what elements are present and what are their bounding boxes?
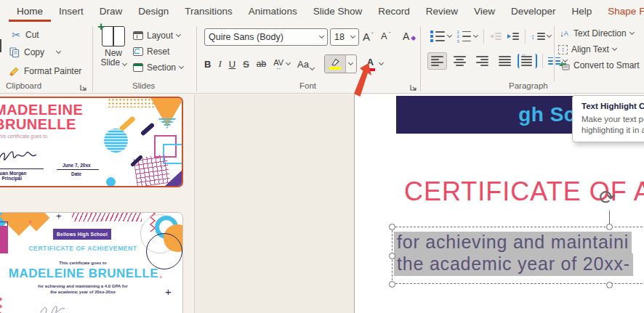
group-divider	[196, 26, 197, 92]
tab-help[interactable]: Help	[564, 1, 600, 22]
workspace: MADELEINE BRUNELLE This certificate goes…	[0, 94, 644, 313]
thumb2-description: for achieving and maintaining a 4.0 GPA …	[10, 284, 156, 295]
clipboard-group-label: Clipboard	[6, 81, 41, 90]
selection-handle-bottom-left[interactable]	[389, 281, 395, 288]
selection-handle-mid-left[interactable]	[389, 253, 395, 259]
decrease-indent-button[interactable]	[490, 33, 502, 40]
clear-formatting-button[interactable]: A◆	[403, 31, 416, 42]
ribbon: ✂ Cut Copy Format Painter Clipboard + Ne…	[0, 22, 644, 94]
paragraph-group-label: Paragraph	[509, 81, 548, 90]
thumb1-signer: Juan Morgan Principal	[0, 171, 26, 181]
tab-draw[interactable]: Draw	[92, 1, 131, 22]
align-center-button[interactable]	[450, 52, 470, 70]
copy-dropdown-chevron[interactable]	[56, 49, 61, 54]
font-size-combo[interactable]: 18	[330, 28, 359, 46]
align-left-icon	[431, 56, 443, 66]
align-right-button[interactable]	[472, 52, 492, 70]
increase-indent-button[interactable]	[507, 33, 519, 40]
thumb2-deco-hatch	[72, 213, 142, 221]
thumb1-date-label: Date	[71, 171, 81, 176]
selection-handle-bottom-mid[interactable]	[606, 282, 613, 288]
selection-handle-top-left[interactable]	[389, 224, 395, 230]
strikethrough-button[interactable]: ab	[257, 59, 266, 69]
selection-handle-top-mid[interactable]	[606, 224, 613, 230]
text-direction-icon: ↓A	[558, 28, 570, 39]
font-name-combo[interactable]: Quire Sans (Body)	[204, 28, 328, 46]
thumb1-deco-dash-navy	[140, 122, 155, 136]
bullets-button[interactable]	[430, 31, 451, 42]
thumb2-deco-navy-plus2: +	[165, 285, 172, 298]
convert-to-smartart-button[interactable]: Convert to Smart	[558, 60, 640, 71]
thumb1-deco-lined-circle	[104, 129, 128, 153]
slide-thumbnail-2[interactable]: + + Bellows High Scho	[0, 212, 183, 313]
clipboard-dialog-launcher[interactable]	[80, 81, 89, 90]
line-spacing-button[interactable]: ↕	[531, 33, 551, 41]
new-slide-icon: +	[102, 26, 125, 46]
tab-record[interactable]: Record	[370, 1, 418, 22]
layout-button[interactable]: Layout	[133, 31, 183, 41]
tab-review[interactable]: Review	[418, 1, 466, 22]
text-direction-button[interactable]: ↓A Text Direction	[558, 28, 640, 39]
tab-design[interactable]: Design	[130, 1, 177, 22]
decrease-font-size-button[interactable]: Aˇ	[381, 31, 390, 41]
thumb1-date-line	[57, 169, 99, 170]
format-painter-icon	[9, 65, 20, 77]
format-painter-button[interactable]: Format Painter	[9, 65, 81, 77]
shadow-strike-button[interactable]: S	[243, 59, 249, 70]
thumb2-deco-pink-plus2: +	[159, 274, 163, 280]
spacing-arrows-icon: ↔	[275, 67, 281, 70]
cut-button[interactable]: ✂ Cut	[10, 29, 39, 41]
line-spacing-icon: ↕	[531, 33, 535, 41]
tab-view[interactable]: View	[466, 1, 503, 22]
tab-home[interactable]: Home	[9, 1, 51, 22]
thumb1-signature-line	[0, 168, 44, 169]
new-slide-button[interactable]: + New Slide	[94, 26, 132, 68]
thumb1-deco-cyan-dot	[106, 177, 116, 186]
tab-shape-format[interactable]: Shape Format	[600, 1, 644, 22]
ribbon-tab-bar: Home Insert Draw Design Transitions Anim…	[0, 0, 644, 22]
bold-button[interactable]: B	[204, 59, 211, 70]
align-text-button[interactable]: ↕ Align Text	[558, 44, 640, 54]
character-spacing-button[interactable]: AV ↔	[273, 58, 283, 70]
tooltip-title: Text Highlight Color	[581, 102, 644, 110]
annotation-arrow	[353, 63, 375, 98]
slide-thumbnail-1[interactable]: MADELEINE BRUNELLE This certificate goes…	[0, 97, 183, 187]
section-icon	[133, 63, 143, 72]
thumb2-deco-navy-plus: +	[56, 213, 62, 221]
font-dialog-launcher[interactable]	[410, 81, 419, 90]
distribute-text-button[interactable]: ↔	[518, 54, 537, 68]
italic-button[interactable]: I	[218, 58, 221, 70]
layout-icon	[133, 31, 143, 40]
reset-button[interactable]: Reset	[133, 46, 183, 57]
slide-thumbnail-panel[interactable]: MADELEINE BRUNELLE This certificate goes…	[0, 94, 194, 313]
increase-font-size-button[interactable]: Aˆ	[363, 31, 374, 43]
rotate-handle-icon[interactable]: ⟳	[599, 186, 616, 208]
cutoff-paste-edge	[0, 39, 1, 52]
copy-button[interactable]: Copy	[9, 46, 60, 58]
thumb2-signature	[37, 303, 73, 313]
tab-transitions[interactable]: Transitions	[177, 1, 241, 22]
tab-slide-show[interactable]: Slide Show	[305, 1, 371, 22]
thumb2-recipient-name: MADELEINE BRUNELLE	[0, 267, 182, 281]
section-button[interactable]: Section	[133, 62, 183, 73]
justify-button[interactable]	[495, 52, 515, 70]
underline-button[interactable]: U	[229, 59, 236, 70]
small-divider	[525, 29, 526, 44]
tab-insert[interactable]: Insert	[51, 1, 92, 22]
align-right-icon	[476, 56, 488, 66]
font-color-chevron[interactable]	[379, 60, 384, 65]
tab-developer[interactable]: Developer	[503, 1, 564, 22]
highlight-pen-icon[interactable]	[325, 55, 345, 73]
thumb1-goes-to: This certificate goes to	[0, 134, 47, 139]
slide-body-line1[interactable]: for achieving and maintaini	[394, 232, 632, 254]
change-case-button[interactable]: Aa	[297, 59, 314, 70]
slide-editing-area[interactable]: gh School CERTIFICATE OF AC ⟳ for achiev…	[195, 94, 644, 313]
text-highlight-color-button[interactable]	[324, 54, 357, 73]
tab-animations[interactable]: Animations	[241, 1, 305, 22]
tooltip-text-highlight-color: Text Highlight Color Make your text pop …	[572, 95, 644, 142]
spacing-chevron[interactable]	[286, 60, 291, 65]
numbering-button[interactable]: 1 2 3	[457, 31, 478, 43]
align-left-button[interactable]	[427, 52, 447, 70]
slide-body-line2[interactable]: the academic year of 20xx-	[394, 253, 633, 276]
highlight-color-swatch	[329, 67, 341, 70]
